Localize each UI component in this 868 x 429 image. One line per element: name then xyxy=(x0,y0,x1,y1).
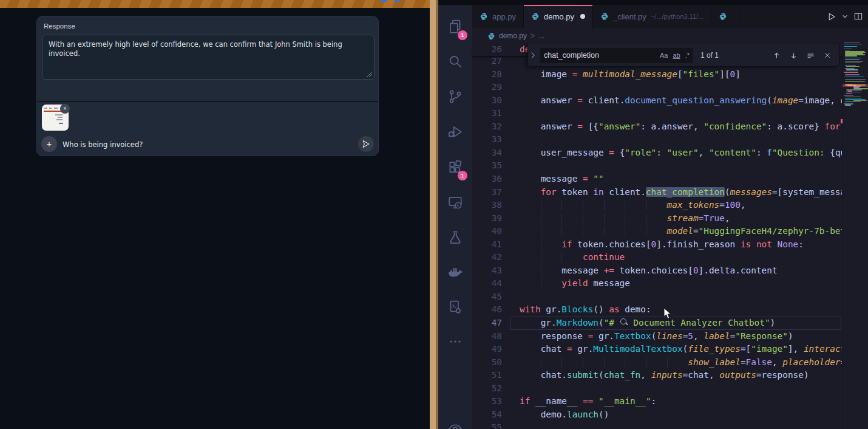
activity-bar: 11 xyxy=(438,5,472,429)
response-textarea[interactable]: With an extremely high level of confiden… xyxy=(42,35,375,80)
line-number: 49 xyxy=(472,343,520,356)
tab-_client.py[interactable]: _client.py~/.../python3.11/... xyxy=(593,5,711,28)
chat-message-input[interactable]: Who is being invoiced? xyxy=(63,140,143,149)
search-icon xyxy=(447,53,463,69)
minimap-row xyxy=(845,81,865,82)
minimap-row xyxy=(844,72,858,72)
python-icon xyxy=(719,12,727,21)
breadcrumb: demo.py > ... xyxy=(472,28,868,44)
minimap-row xyxy=(846,66,860,67)
minimap-row xyxy=(845,101,861,102)
find-results-count: 1 of 1 xyxy=(700,51,719,60)
line-number: 46 xyxy=(472,303,520,317)
run-python-file-button[interactable] xyxy=(826,10,838,22)
code-line-41: 41 if token.choices[0].finish_reason is … xyxy=(472,238,841,252)
tab-partial[interactable] xyxy=(711,5,739,28)
minimap-row xyxy=(853,100,867,101)
python-icon xyxy=(487,32,495,40)
code-line-34: 34 user_message = {"role": "user", "cont… xyxy=(472,146,841,160)
minimap-row xyxy=(845,63,861,63)
tab-demo.py[interactable]: demo.py xyxy=(524,5,593,28)
minimap-row xyxy=(845,50,850,50)
close-find-button[interactable] xyxy=(822,50,833,61)
resize-handle-icon[interactable] xyxy=(367,72,372,77)
send-button[interactable] xyxy=(358,136,374,152)
breadcrumb-rest[interactable]: ... xyxy=(538,32,544,40)
activity-item-account[interactable] xyxy=(438,416,472,429)
whole-word-toggle[interactable]: ab xyxy=(673,52,680,59)
vscode-top-strip xyxy=(438,0,868,5)
send-icon xyxy=(362,140,370,148)
line-number: 39 xyxy=(472,212,520,225)
code-line-36: 36 message = "" xyxy=(472,173,841,186)
code-line-39: 39 stream=True, xyxy=(472,212,841,225)
activity-item-search[interactable] xyxy=(438,47,472,76)
breadcrumb-separator: > xyxy=(531,32,535,40)
breadcrumb-file[interactable]: demo.py xyxy=(499,32,527,40)
split-editor-button[interactable] xyxy=(852,10,864,22)
find-next-button[interactable] xyxy=(788,50,799,61)
code-line-48: 48 response = gr.Textbox(lines=5, label=… xyxy=(472,330,841,343)
code-line-54: 54 demo.launch() xyxy=(472,408,841,422)
line-number: 43 xyxy=(472,264,520,278)
line-number: 48 xyxy=(472,330,520,343)
code-line-49: 49 chat = gr.MultimodalTextbox(file_type… xyxy=(472,343,841,356)
modified-dot-icon xyxy=(580,14,585,19)
tab-label: demo.py xyxy=(544,12,574,21)
remove-attachment-button[interactable]: × xyxy=(60,104,70,114)
vscode-window: 11 app.pydemo.py_client.py~/.../python3.… xyxy=(438,0,868,429)
line-number: 27 xyxy=(472,55,520,68)
response-text: With an extremely high level of confiden… xyxy=(49,40,342,58)
regex-toggle[interactable]: .* xyxy=(685,52,690,59)
line-number: 30 xyxy=(472,94,520,108)
line-number: 29 xyxy=(472,81,520,94)
line-number: 42 xyxy=(472,251,520,264)
magnifier-emoji-icon xyxy=(620,318,628,326)
activity-item-source-control[interactable] xyxy=(438,82,472,111)
minimap-row xyxy=(845,99,866,100)
gradio-app-window: Response With an extremely high level of… xyxy=(0,0,430,429)
line-number: 55 xyxy=(472,421,520,429)
line-number: 33 xyxy=(472,133,520,146)
activity-item-testing[interactable] xyxy=(438,223,472,252)
line-number: 37 xyxy=(472,186,520,199)
line-number: 50 xyxy=(472,356,520,369)
line-number: 44 xyxy=(472,277,520,290)
code-line-38: 38 max_tokens=100, xyxy=(472,199,841,212)
minimap-row xyxy=(846,69,858,70)
run-debug-icon xyxy=(447,124,463,140)
minimap[interactable] xyxy=(842,43,868,429)
minimap-row xyxy=(844,49,852,49)
python-icon xyxy=(531,12,540,21)
window-titlebar xyxy=(0,0,430,8)
window-divider xyxy=(430,0,438,429)
minimap-row xyxy=(844,44,862,44)
code-editor[interactable]: 2728 image = multimodal_message["files"]… xyxy=(472,44,843,429)
python-icon xyxy=(600,12,609,21)
activity-item-explorer[interactable]: 1 xyxy=(438,12,472,41)
line-number: 38 xyxy=(472,199,520,212)
line-number: 31 xyxy=(472,107,520,120)
find-previous-button[interactable] xyxy=(771,50,782,61)
code-line-31: 31 xyxy=(472,107,841,120)
toggle-replace-chevron-icon[interactable] xyxy=(528,44,538,66)
activity-item-remote-explorer[interactable] xyxy=(438,188,472,217)
minimap-row xyxy=(845,55,857,56)
add-file-button[interactable]: + xyxy=(41,136,57,152)
find-in-selection-button[interactable] xyxy=(805,50,816,61)
code-line-46: 46with gr.Blocks() as demo: xyxy=(472,303,841,317)
activity-item-docker[interactable] xyxy=(438,258,472,287)
line-number: 52 xyxy=(472,382,520,396)
run-dropdown-chevron-icon[interactable] xyxy=(841,10,849,22)
activity-item-extensions[interactable]: 1 xyxy=(438,153,472,182)
find-query-text: chat_completion xyxy=(544,51,655,60)
activity-item-more[interactable] xyxy=(438,327,472,356)
line-number: 53 xyxy=(472,395,520,408)
activity-item-run-debug[interactable] xyxy=(438,117,472,146)
tab-app.py[interactable]: app.py xyxy=(472,5,524,28)
minimap-row xyxy=(845,59,860,60)
activity-item-file-gear[interactable] xyxy=(438,293,472,322)
find-input[interactable]: chat_completion Aa ab .* xyxy=(540,48,693,63)
minimap-row xyxy=(846,93,852,94)
match-case-toggle[interactable]: Aa xyxy=(660,52,668,59)
